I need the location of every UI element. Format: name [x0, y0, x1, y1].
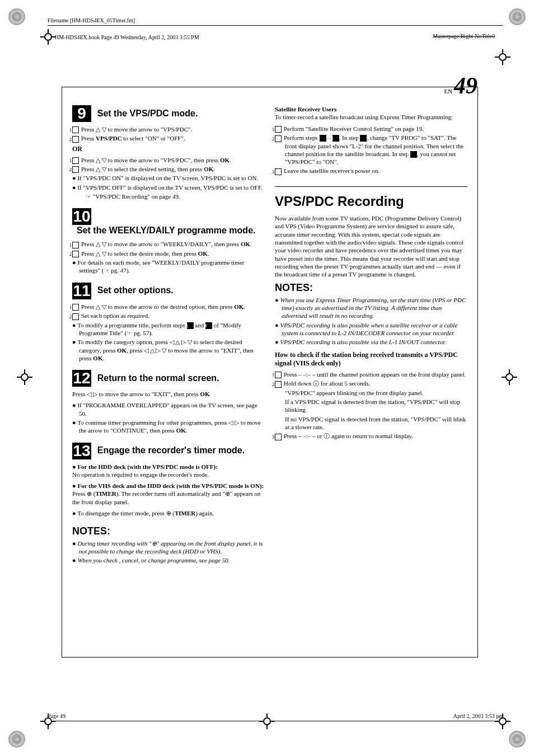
step-10-line1: 1Press △ ▽ to move the arrow to "WEEKLY/…	[72, 240, 265, 248]
right-notes-heading: NOTES:	[275, 281, 467, 294]
step-11-bullet2: To modify the category option, press ◁ △…	[72, 338, 265, 362]
left-note-2: When you check , cancel, or change progr…	[72, 556, 265, 564]
page-number-corner: EN 49	[444, 71, 477, 101]
step-11-bullet1: To modify a programme title, perform ste…	[72, 321, 265, 337]
footer-date: April 2, 2003 3:53 pm	[453, 712, 503, 720]
corner-target-br	[509, 731, 526, 748]
or-label: OR	[72, 145, 265, 154]
step-13-heading2: ● For the VHS deck and the HDD deck (wit…	[72, 482, 265, 490]
corner-target-tl	[8, 8, 25, 25]
sat-line2: 2Perform steps 1 – 13. In step 7, change…	[275, 134, 467, 166]
reg-mark-mid-left	[17, 369, 32, 385]
step-9-bullet2: If "VPS/PDC OFF" is displayed on the TV …	[72, 184, 265, 191]
footer: Page 49 April 2, 2003 3:53 pm	[48, 712, 503, 721]
check-sub2: If a VPS/PDC signal is detected from the…	[275, 398, 467, 414]
reg-mark-top-right	[495, 49, 510, 65]
step-13-para1: No operation is required to engage the r…	[72, 471, 265, 478]
step-9-or2: 2Press △ ▽ to select the desired setting…	[72, 165, 265, 173]
vps-para: Now available from some TV stations, PDC…	[275, 214, 467, 278]
step-10-title: Set the WEEKLY/DAILY programme mode.	[77, 225, 255, 237]
step-11-line2: 2Set each option as required.	[72, 312, 265, 320]
page-frame: EN 49 9 Set the VPS/PDC mode. 1Press △ ▽…	[62, 87, 478, 658]
step-11-line1: 1Press △ ▽ to move the arrow to the desi…	[72, 303, 265, 311]
step-12-bullet2: To continue timer programming for other …	[72, 419, 265, 435]
reg-mark-top-left	[40, 29, 56, 45]
step-12-num: 12	[72, 370, 91, 387]
step-9: 9 Set the VPS/PDC mode. 1Press △ ▽ to mo…	[72, 105, 265, 200]
step-13-title: Engage the recorder's timer mode.	[97, 445, 245, 457]
sat-line3: 3Leave the satellite receiver's power on…	[275, 167, 467, 175]
step-13-bullet1: To disengage the timer mode, press ⊕ (TI…	[72, 509, 265, 517]
step-12-para: Press ◁ ▷ to move the arrow to "EXIT", t…	[72, 390, 265, 398]
step-13-para2: Press ⊕ (TIMER). The recorder turns off …	[72, 490, 265, 506]
step-11-num: 11	[72, 283, 91, 299]
left-note-1: During timer recording with "⊕" appearin…	[72, 539, 265, 556]
sat-para: To timer-record a satellite broadcast us…	[275, 113, 467, 121]
book-info: HM-HDS4EX.book Page 49 Wednesday, April …	[55, 34, 199, 41]
filename-header: Filename [HM-HDS4EX_05Timer.fm]	[48, 17, 135, 24]
step-9-num: 9	[72, 105, 91, 122]
step-9-title: Set the VPS/PDC mode.	[97, 108, 198, 120]
step-11: 11 Set other options. 1Press △ ▽ to move…	[72, 283, 265, 362]
step-9-line2: 2Press VPS/PDC to select "ON" or "OFF".	[72, 134, 265, 142]
step-10-bullet1: For details on each mode, see "WEEKLY/DA…	[72, 259, 265, 275]
step-10: 10 Set the WEEKLY/DAILY programme mode. …	[72, 208, 265, 274]
step-10-num: 10	[72, 208, 91, 225]
step-9-bullet1: If "VPS/PDC ON" is displayed on the TV s…	[72, 174, 265, 182]
reg-mark-mid-right	[502, 369, 517, 385]
check-line3: 3Press – –:– – or ⓘ again to return to n…	[275, 432, 467, 440]
left-column: 9 Set the VPS/PDC mode. 1Press △ ▽ to mo…	[72, 105, 265, 566]
corner-target-tr	[509, 8, 526, 25]
masterpage-text: Masterpage:Right-NoTitle0	[433, 33, 495, 39]
step-13: 13 Engage the recorder's timer mode. ● F…	[72, 443, 265, 518]
step-13-num: 13	[72, 443, 91, 459]
check-heading: How to check if the station being receiv…	[275, 351, 467, 368]
sat-heading: Satellite Receiver Users	[275, 105, 467, 113]
right-note-1: When you use Express Timer Programming, …	[275, 296, 467, 320]
sat-line1: 1Perform "Satellite Receiver Control Set…	[275, 125, 467, 133]
step-9-line1: 1Press △ ▽ to move the arrow to "VPS/PDC…	[72, 125, 265, 133]
right-note-3: VPS/PDC recording is also possible via t…	[275, 338, 467, 346]
check-line2: 2Hold down ⓘ for about 5 seconds.	[275, 379, 467, 387]
left-notes-heading: NOTES:	[72, 525, 265, 538]
step-13-heading1: ● For the HDD deck (with the VPS/PDC mod…	[72, 463, 265, 471]
vps-title: VPS/PDC Recording	[275, 186, 467, 210]
step-12-bullet1: If "PROGRAMME OVERLAPPED" appears on the…	[72, 401, 265, 417]
step-11-title: Set other options.	[97, 285, 174, 297]
masterpage-label: Masterpage:Right-NoTitle0	[433, 32, 495, 40]
step-12: 12 Return to the normal screen. Press ◁ …	[72, 370, 265, 434]
page-en-label: EN	[444, 88, 453, 95]
right-note-2: VPS/PDC recording is also possible when …	[275, 321, 467, 337]
top-rule	[48, 25, 503, 26]
step-9-ref: "VPS/PDC Recording" on page 49.	[72, 192, 265, 200]
check-line1: 1Press – –:– – until the channel positio…	[275, 370, 467, 378]
right-column: Satellite Receiver Users To timer-record…	[275, 105, 467, 566]
step-10-line2: 2Press △ ▽ to select the desire mode, th…	[72, 250, 265, 257]
step-9-or1: 1Press △ ▽ to move the arrow to "VPS/PDC…	[72, 156, 265, 164]
step-12-title: Return to the normal screen.	[97, 373, 219, 384]
check-sub3: If no VPS/PDC signal is detected from th…	[275, 415, 467, 431]
corner-target-bl	[8, 731, 25, 748]
page-number: 49	[454, 73, 477, 98]
check-sub1: "VPS/PDC" appears blinking on the front …	[275, 389, 467, 397]
